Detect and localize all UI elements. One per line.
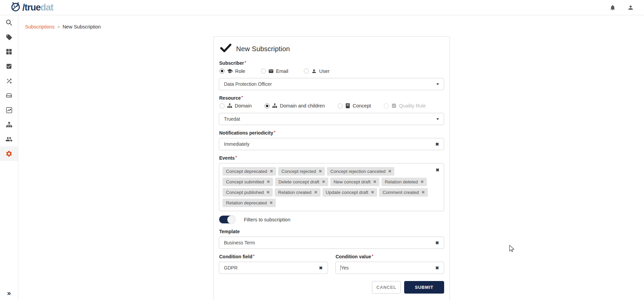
event-tag: Concept rejected✖: [278, 167, 325, 176]
main-content: Subscriptions > New Subscription New Sub…: [18, 15, 644, 300]
radio-role[interactable]: [220, 68, 225, 74]
resource-label: Resource*: [219, 95, 444, 101]
chevron-down-icon: [436, 83, 439, 85]
user-profile-icon[interactable]: [627, 4, 634, 11]
remove-tag-icon[interactable]: ✖: [421, 191, 424, 194]
sidebar-item-analytics[interactable]: [0, 103, 18, 117]
radio-domain[interactable]: [220, 103, 225, 108]
sidebar-collapse-button[interactable]: »: [0, 288, 18, 298]
remove-tag-icon[interactable]: ✖: [314, 191, 317, 194]
radio-user[interactable]: [304, 68, 309, 74]
resource-option-domain[interactable]: Domain: [220, 103, 252, 108]
filters-toggle-label: Filters to subscription: [244, 217, 290, 222]
event-tag: Comment created✖: [379, 188, 428, 197]
events-multiselect[interactable]: ✖ Concept deprecated✖Concept rejected✖Co…: [219, 163, 444, 211]
submit-button[interactable]: SUBMIT: [404, 281, 444, 294]
sidebar-item-domains[interactable]: [0, 117, 18, 132]
checkmark-icon: [220, 43, 231, 54]
sidebar-item-lineage[interactable]: [0, 74, 18, 88]
event-tag: Delete concept draft✖: [275, 178, 328, 186]
line-chart-icon: [6, 107, 13, 114]
resource-radio-group: Domain Domain and children Concept Quali…: [220, 103, 444, 108]
event-tag: Update concept draft✖: [323, 188, 377, 197]
resource-option-domain-and-children[interactable]: Domain and children: [265, 103, 325, 108]
clear-icon[interactable]: ✖: [435, 142, 439, 146]
periodicity-input[interactable]: Immediately ✖: [219, 138, 444, 150]
text-caret: [340, 265, 341, 271]
logo-wordmark: /truedat: [22, 2, 53, 13]
graduation-cap-icon: [227, 68, 233, 74]
sidebar-item-tasks[interactable]: [0, 59, 18, 74]
toggle-knob: [227, 216, 235, 224]
shuffle-icon: [6, 78, 13, 84]
resource-option-concept[interactable]: Concept: [338, 103, 371, 108]
breadcrumb-current: New Subscription: [63, 24, 101, 29]
sidebar-item-tags[interactable]: [0, 30, 18, 44]
remove-tag-icon[interactable]: ✖: [267, 180, 270, 184]
chevron-double-right-icon: »: [7, 289, 11, 297]
condition-value-input[interactable]: Yes ✖: [335, 262, 444, 274]
subscriber-label: Subscriber*: [219, 60, 444, 66]
remove-tag-icon[interactable]: ✖: [420, 180, 423, 184]
remove-tag-icon[interactable]: ✖: [270, 201, 273, 205]
clear-icon[interactable]: ✖: [435, 266, 439, 270]
subscriber-option-email[interactable]: Email: [261, 68, 288, 74]
drive-icon: [5, 92, 13, 99]
subscriber-radio-group: Role Email User: [220, 68, 444, 74]
remove-tag-icon[interactable]: ✖: [319, 169, 322, 173]
cancel-button[interactable]: CANCEL: [372, 281, 401, 294]
condition-field-value: GDPR: [224, 265, 319, 271]
person-icon: [311, 68, 317, 74]
condition-field-input[interactable]: GDPR ✖: [219, 262, 328, 274]
new-subscription-card: New Subscription Subscriber* Role Email …: [213, 36, 450, 300]
subscriber-option-role[interactable]: Role: [220, 68, 245, 74]
condition-field-label: Condition field*: [219, 254, 328, 259]
gear-icon: [5, 150, 13, 157]
template-label: Template: [219, 229, 444, 234]
sidebar: »: [0, 15, 18, 300]
truedat-logo[interactable]: /truedat: [9, 1, 53, 14]
remove-tag-icon[interactable]: ✖: [267, 191, 270, 194]
sidebar-item-users[interactable]: [0, 132, 18, 146]
sidebar-item-search[interactable]: [0, 15, 18, 30]
chevron-down-icon: [436, 118, 439, 120]
subscriber-option-user[interactable]: User: [304, 68, 330, 74]
sidebar-item-dashboards[interactable]: [0, 44, 18, 59]
notifications-bell-icon[interactable]: [609, 4, 616, 11]
remove-tag-icon[interactable]: ✖: [270, 169, 273, 173]
template-input[interactable]: Business Term ✖: [219, 237, 444, 249]
event-tag: Concept rejection canceled✖: [327, 167, 394, 176]
clear-icon[interactable]: ✖: [435, 241, 439, 245]
radio-email[interactable]: [261, 68, 266, 74]
remove-tag-icon[interactable]: ✖: [388, 169, 391, 173]
sitemap-small-icon: [272, 103, 277, 108]
page-title: New Subscription: [236, 45, 290, 53]
event-tag: Relation created✖: [275, 188, 320, 197]
breadcrumb: Subscriptions > New Subscription: [25, 24, 101, 29]
check-square-icon: [6, 63, 12, 69]
breadcrumb-link-subscriptions[interactable]: Subscriptions: [25, 24, 55, 29]
grid-icon: [6, 48, 12, 55]
search-icon: [5, 19, 13, 26]
sidebar-item-data-sources[interactable]: [0, 88, 18, 103]
filters-toggle[interactable]: [219, 216, 235, 223]
sidebar-item-settings[interactable]: [0, 146, 18, 161]
remove-tag-icon[interactable]: ✖: [322, 180, 325, 184]
clear-icon[interactable]: ✖: [319, 266, 323, 270]
resource-option-quality-rule[interactable]: Quality Rule: [384, 103, 426, 108]
resource-select[interactable]: Truedat: [219, 113, 444, 125]
subscriber-select[interactable]: Data Protection Officer: [219, 78, 444, 90]
remove-tag-icon[interactable]: ✖: [371, 191, 374, 194]
event-tag: Relation deleted✖: [381, 178, 427, 186]
events-label: Events*: [219, 155, 444, 161]
top-bar: /truedat: [0, 0, 644, 15]
radio-concept[interactable]: [338, 103, 343, 108]
template-value: Business Term: [224, 240, 435, 245]
resource-select-value: Truedat: [224, 116, 436, 122]
radio-domain-and-children[interactable]: [265, 103, 270, 108]
clear-all-icon[interactable]: ✖: [436, 168, 439, 172]
sitemap-small-icon: [227, 103, 232, 108]
remove-tag-icon[interactable]: ✖: [373, 180, 376, 184]
event-tag: Relation deprecated✖: [223, 199, 276, 207]
filters-toggle-row: Filters to subscription: [219, 216, 444, 223]
